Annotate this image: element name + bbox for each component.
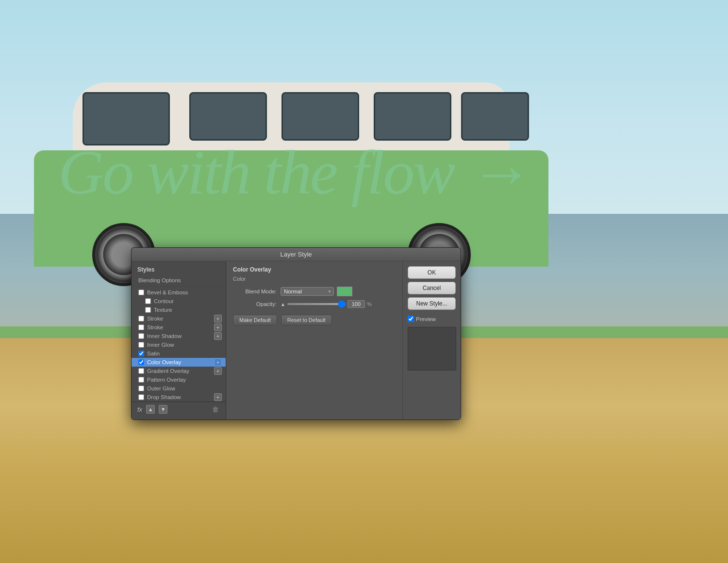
color-swatch[interactable] [337, 287, 352, 296]
color-overlay-label: Color Overlay [147, 359, 181, 365]
styles-item-stroke2[interactable]: Stroke + [132, 323, 226, 332]
trash-icon: 🗑 [212, 405, 219, 413]
inner-glow-checkbox[interactable] [138, 342, 144, 348]
opacity-label: Opacity: [233, 301, 277, 307]
styles-item-pattern-overlay[interactable]: Pattern Overlay [132, 375, 226, 384]
texture-checkbox[interactable] [145, 307, 151, 313]
satin-checkbox[interactable] [138, 351, 144, 356]
gradient-overlay-checkbox[interactable] [138, 368, 144, 374]
stroke1-add-button[interactable]: + [214, 315, 222, 322]
outer-glow-checkbox[interactable] [138, 386, 144, 391]
new-style-button[interactable]: New Style... [408, 297, 456, 310]
styles-item-contour[interactable]: Contour [132, 297, 226, 306]
blending-options-item[interactable]: Blending Options [132, 276, 226, 285]
bevel-emboss-label: Bevel & Emboss [147, 290, 188, 295]
bevel-emboss-checkbox[interactable] [138, 290, 144, 295]
panel-section-title: Color Overlay [233, 266, 396, 273]
blend-mode-wrapper: Normal Dissolve Darken Multiply Color Bu… [281, 287, 334, 296]
color-overlay-checkbox[interactable] [138, 359, 144, 365]
right-panel: OK Cancel New Style... Preview [402, 261, 461, 419]
opacity-percent-label: % [367, 301, 372, 307]
dialog-titlebar: Layer Style [132, 248, 461, 261]
satin-label: Satin [147, 351, 160, 356]
dialog-title: Layer Style [280, 251, 312, 258]
blend-mode-label: Blend Mode: [233, 289, 277, 294]
inner-glow-label: Inner Glow [147, 342, 174, 348]
styles-item-stroke1[interactable]: Stroke + [132, 314, 226, 323]
stroke2-label: Stroke [147, 324, 163, 330]
photo-text-overlay: Go with the flow → [58, 136, 530, 209]
dialog-footer: fx ▲ ▼ 🗑 [132, 402, 226, 417]
styles-item-texture[interactable]: Texture [132, 306, 226, 314]
styles-item-drop-shadow[interactable]: Drop Shadow + [132, 393, 226, 402]
main-panel: Color Overlay Color Blend Mode: Normal D… [226, 261, 402, 419]
opacity-row: Opacity: ▲ % [233, 300, 396, 308]
van-window-4 [374, 92, 451, 141]
preview-label: Preview [416, 316, 436, 322]
color-overlay-add-button[interactable]: + [214, 358, 222, 366]
van-window-5 [461, 92, 529, 141]
drop-shadow-checkbox[interactable] [138, 394, 144, 400]
opacity-slider-wrapper: ▲ % [281, 300, 372, 308]
stroke1-checkbox[interactable] [138, 316, 144, 322]
inner-shadow-add-button[interactable]: + [214, 332, 222, 340]
outer-glow-label: Outer Glow [147, 386, 175, 391]
layer-style-dialog: Layer Style Styles Blending Options Beve… [131, 247, 461, 420]
van-window-2 [189, 92, 267, 141]
texture-label: Texture [154, 307, 172, 313]
styles-item-color-overlay[interactable]: Color Overlay + [132, 358, 226, 367]
pattern-overlay-label: Pattern Overlay [147, 377, 186, 383]
panel-section-subtitle: Color [233, 276, 396, 282]
inner-shadow-checkbox[interactable] [138, 333, 144, 339]
stroke2-checkbox[interactable] [138, 324, 144, 330]
blending-options-label: Blending Options [138, 277, 181, 283]
delete-button[interactable]: 🗑 [211, 405, 220, 414]
blend-mode-row: Blend Mode: Normal Dissolve Darken Multi… [233, 287, 396, 296]
gradient-overlay-add-button[interactable]: + [214, 367, 222, 375]
down-arrow-icon: ▼ [161, 406, 166, 412]
styles-item-gradient-overlay[interactable]: Gradient Overlay + [132, 367, 226, 375]
contour-label: Contour [154, 298, 174, 304]
ok-button[interactable]: OK [408, 266, 456, 279]
fx-label: fx [137, 406, 142, 413]
stroke1-label: Stroke [147, 316, 163, 322]
move-up-button[interactable]: ▲ [146, 405, 155, 414]
contour-checkbox[interactable] [145, 298, 151, 304]
gradient-overlay-label: Gradient Overlay [147, 368, 189, 374]
drop-shadow-label: Drop Shadow [147, 394, 181, 400]
move-down-button[interactable]: ▼ [159, 405, 167, 414]
opacity-slider[interactable] [287, 303, 346, 305]
styles-panel: Styles Blending Options Bevel & Emboss C… [132, 261, 226, 419]
button-row: Make Default Reset to Default [233, 315, 396, 325]
styles-item-outer-glow[interactable]: Outer Glow [132, 384, 226, 393]
blend-mode-select[interactable]: Normal Dissolve Darken Multiply Color Bu… [281, 287, 334, 296]
styles-item-inner-glow[interactable]: Inner Glow [132, 340, 226, 349]
opacity-value-input[interactable] [347, 300, 365, 308]
stroke2-add-button[interactable]: + [214, 323, 222, 331]
preview-row: Preview [408, 316, 456, 322]
slider-triangle-icon: ▲ [281, 302, 285, 307]
styles-item-satin[interactable]: Satin [132, 349, 226, 358]
pattern-overlay-checkbox[interactable] [138, 377, 144, 383]
reset-to-default-button[interactable]: Reset to Default [281, 315, 332, 325]
van-window-3 [281, 92, 359, 141]
styles-item-bevel-emboss[interactable]: Bevel & Emboss [132, 288, 226, 297]
preview-checkbox[interactable] [408, 316, 414, 322]
preview-area [408, 327, 456, 370]
cancel-button[interactable]: Cancel [408, 282, 456, 294]
styles-item-inner-shadow[interactable]: Inner Shadow + [132, 332, 226, 340]
drop-shadow-add-button[interactable]: + [214, 393, 222, 401]
styles-header: Styles [132, 264, 226, 275]
make-default-button[interactable]: Make Default [233, 315, 277, 325]
up-arrow-icon: ▲ [148, 406, 153, 412]
inner-shadow-label: Inner Shadow [147, 333, 182, 339]
